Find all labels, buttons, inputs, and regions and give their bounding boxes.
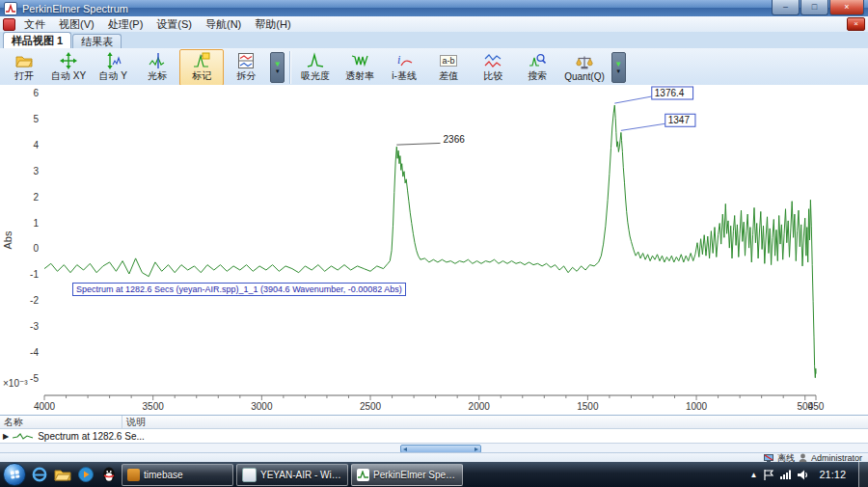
x-tick-label: 2500 [360, 401, 382, 412]
column-header-name[interactable]: 名称 [0, 416, 122, 428]
action-center-flag-icon[interactable] [763, 470, 774, 480]
spectrum-list-item[interactable]: ▶ Spectrum at 1282.6 Se... [0, 429, 868, 444]
show-hidden-icons-button[interactable]: ▲ [750, 471, 758, 479]
menu-settings[interactable]: 设置(S) [149, 16, 199, 32]
column-header-description[interactable]: 说明 [122, 416, 868, 428]
compare-button[interactable]: 比较 [471, 49, 515, 86]
transmittance-button[interactable]: 透射率 [338, 49, 382, 86]
toolbar-separator [289, 51, 290, 84]
y-tick-label: 5 [33, 114, 39, 124]
label-icon [193, 52, 210, 69]
child-close-button[interactable]: × [847, 17, 865, 31]
baseline-button[interactable]: i i-基线 [382, 49, 426, 86]
auto-y-icon [104, 52, 122, 69]
y-tick-label: 4 [33, 140, 39, 150]
peak-callout-line [614, 96, 651, 103]
split-button[interactable]: 拆分 [224, 49, 268, 86]
windows-logo-icon [10, 470, 19, 478]
start-button[interactable] [3, 463, 26, 486]
x-tick-label: 2000 [469, 401, 491, 412]
spectrum-plot[interactable]: 4000350030002500200015001000500450654321… [0, 85, 868, 415]
green-arrow-icon: ▼ [614, 61, 622, 68]
notepad-icon [242, 468, 257, 482]
auto-xy-icon [60, 52, 77, 69]
toolbar-dropdown-2[interactable]: ▼ ▼ [611, 52, 626, 83]
system-tray: ▲ 21:12 [750, 462, 868, 487]
cursor-icon [149, 52, 166, 69]
internet-explorer-icon[interactable] [29, 465, 49, 485]
peak-callout-line [396, 143, 440, 145]
chevron-down-icon: ▼ [275, 68, 281, 75]
taskbar-button-perkinelmer[interactable]: PerkinElmer Spectr... [351, 464, 463, 486]
spectrum-view[interactable]: 4000350030002500200015001000500450654321… [0, 85, 868, 415]
difference-icon: a-b [440, 52, 457, 69]
y-tick-label: 0 [33, 243, 39, 254]
results-panel: 名称 说明 ▶ Spectrum at 1282.6 Se... [0, 415, 868, 444]
label-button[interactable]: 标记 [179, 49, 224, 86]
media-player-icon[interactable] [75, 465, 95, 485]
qq-icon[interactable] [98, 465, 119, 485]
taskbar-button-yeyan-air[interactable]: YEYAN-AIR - Wind... [236, 464, 348, 486]
minimize-button[interactable]: – [772, 0, 800, 15]
y-tick-label: -5 [30, 373, 39, 384]
peak-label[interactable]: 1347 [668, 115, 691, 125]
scroll-right-icon [475, 447, 478, 451]
menu-navigate[interactable]: 导航(N) [199, 16, 248, 32]
taskbar-button-timebase[interactable]: timebase [122, 464, 233, 486]
row-marker-icon: ▶ [3, 433, 9, 441]
compare-icon [484, 52, 502, 69]
volume-icon[interactable] [798, 470, 809, 480]
y-tick-label: 1 [33, 218, 39, 229]
y-tick-label: -1 [30, 269, 39, 280]
cursor-button[interactable]: 光标 [135, 49, 179, 86]
maximize-button[interactable]: □ [800, 0, 828, 15]
peak-label[interactable]: 1376.4 [655, 88, 685, 98]
taskbar-clock[interactable]: 21:12 [819, 469, 846, 480]
baseline-icon: i [395, 52, 413, 69]
toolbar: 打开 自动 XY 自动 Y 光标 标记 [0, 48, 868, 88]
document-tabs: 样品视图 1 结果表 [0, 32, 868, 49]
close-button[interactable]: × [829, 0, 864, 15]
auto-y-button[interactable]: 自动 Y [91, 49, 135, 86]
search-icon [529, 52, 546, 69]
toolbar-dropdown-1[interactable]: ▼ ▼ [270, 52, 285, 83]
spectrum-name: Spectrum at 1282.6 Se... [38, 431, 145, 442]
green-arrow-icon: ▼ [274, 61, 282, 68]
open-button[interactable]: 打开 [2, 49, 46, 86]
child-window-icon[interactable] [3, 18, 15, 31]
search-button[interactable]: 搜索 [515, 49, 559, 86]
absorbance-icon [307, 52, 324, 69]
tab-sample-view[interactable]: 样品视图 1 [3, 32, 71, 48]
cursor-annotation[interactable]: Spectrum at 1282.6 Secs (yeyan-AIR.spp)_… [72, 283, 406, 296]
network-icon[interactable] [780, 470, 792, 479]
x-tick-label: 4000 [34, 401, 56, 412]
spectrum-line[interactable] [44, 105, 816, 378]
y-tick-label: -4 [30, 347, 39, 358]
tab-results-table[interactable]: 结果表 [72, 34, 122, 48]
timebase-app-icon [127, 469, 140, 481]
difference-button[interactable]: a-b 差值 [426, 49, 471, 86]
menu-help[interactable]: 帮助(H) [248, 16, 297, 32]
menu-bar: 文件 视图(V) 处理(P) 设置(S) 导航(N) 帮助(H) × [0, 16, 868, 33]
menu-file[interactable]: 文件 [17, 16, 52, 32]
menu-process[interactable]: 处理(P) [101, 16, 150, 32]
absorbance-button[interactable]: 吸光度 [293, 49, 338, 86]
menu-view[interactable]: 视图(V) [52, 16, 101, 32]
show-desktop-button[interactable] [858, 462, 868, 487]
svg-text:a-b: a-b [443, 56, 455, 66]
scroll-left-icon [403, 447, 407, 451]
peak-label[interactable]: 2366 [444, 134, 466, 145]
title-bar: PerkinElmer Spectrum – □ × [0, 0, 868, 16]
spectrum-app-icon [357, 469, 369, 481]
y-tick-label: -2 [30, 295, 39, 306]
quant-icon [576, 54, 593, 71]
x-tick-label: 450 [808, 401, 825, 412]
explorer-icon[interactable] [52, 465, 72, 485]
x-tick-label: 3500 [143, 401, 165, 412]
chevron-down-icon: ▼ [615, 68, 621, 75]
quant-button[interactable]: Quant(Q) [559, 49, 610, 86]
spectrum-color-swatch-icon [13, 431, 34, 443]
app-icon [4, 2, 17, 15]
y-tick-label: 6 [33, 88, 39, 98]
auto-xy-button[interactable]: 自动 XY [46, 49, 91, 86]
